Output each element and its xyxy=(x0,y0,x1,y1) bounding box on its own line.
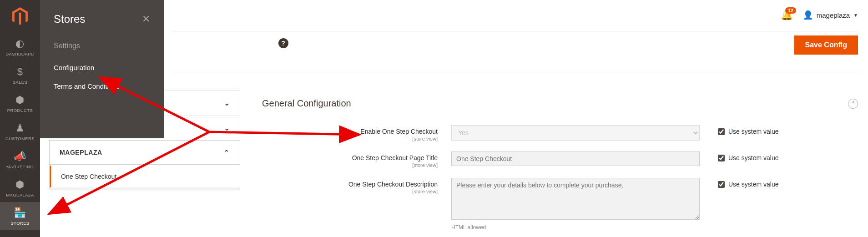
avatar-icon: 👤 xyxy=(803,10,813,20)
use-system-label: Use system value xyxy=(728,154,778,161)
nav-customers[interactable]: ♟CUSTOMERS xyxy=(0,117,40,146)
nav-label: MAGEPLAZA xyxy=(6,192,34,197)
use-system-checkbox[interactable] xyxy=(718,181,725,188)
nav-products[interactable]: ⬢PRODUCTS xyxy=(0,89,40,117)
field-label-description: One Step Checkout Description [store vie… xyxy=(262,178,451,194)
field-label-enable: Enable One Step Checkout [store view] xyxy=(262,125,451,141)
scope-text: [store view] xyxy=(262,189,438,194)
config-item-one-step-checkout[interactable]: One Step Checkout xyxy=(50,166,240,187)
flyout-title: Stores xyxy=(54,13,85,25)
use-system-page-title: Use system value xyxy=(700,151,778,161)
cube-icon: ⬢ xyxy=(15,94,24,106)
scope-text: [store view] xyxy=(262,162,438,168)
menu-configuration[interactable]: Configuration xyxy=(40,58,164,77)
description-textarea[interactable] xyxy=(451,178,700,220)
label-text: One Step Checkout Description xyxy=(348,181,438,188)
megaphone-icon: 📣 xyxy=(14,151,26,162)
nav-sales[interactable]: $SALES xyxy=(0,61,40,89)
gauge-icon: ◐ xyxy=(15,38,24,50)
divider xyxy=(173,72,858,72)
use-system-checkbox[interactable] xyxy=(718,128,725,135)
notifications[interactable]: 🔔 12 xyxy=(781,9,793,21)
field-control-enable: Yes xyxy=(451,125,700,141)
person-icon: ♟ xyxy=(15,122,25,134)
nav-stores[interactable]: 🏪STORES xyxy=(0,202,40,230)
username: mageplaza xyxy=(817,11,850,19)
magento-logo[interactable] xyxy=(0,0,40,33)
label-text: Enable One Step Checkout xyxy=(360,128,438,135)
group-title: General Configuration xyxy=(262,98,351,109)
help-icon[interactable]: ? xyxy=(278,38,288,48)
divider xyxy=(49,187,240,190)
divider xyxy=(173,31,858,31)
field-control-description: HTML allowed xyxy=(451,178,700,231)
dollar-icon: $ xyxy=(17,66,23,78)
action-bar: ? Save Config xyxy=(794,35,858,55)
config-main: General Configuration ⌃ Enable One Step … xyxy=(262,98,858,231)
notif-badge: 12 xyxy=(785,7,796,14)
flyout-section: Settings xyxy=(40,36,164,58)
nav-label: MARKETING xyxy=(6,164,34,169)
scope-text: [store view] xyxy=(262,136,438,141)
field-control-page-title xyxy=(451,151,700,166)
chevron-up-icon: ⌃ xyxy=(224,149,230,156)
use-system-label: Use system value xyxy=(728,128,778,135)
stores-flyout: Stores ✕ Settings Configuration Terms an… xyxy=(40,0,164,138)
account-menu[interactable]: 👤 mageplaza ▼ xyxy=(803,10,858,20)
field-hint: HTML allowed xyxy=(451,224,700,231)
section-label: MAGEPLAZA xyxy=(60,149,102,156)
admin-nav: ◐DASHBOARD $SALES ⬢PRODUCTS ♟CUSTOMERS 📣… xyxy=(0,0,40,237)
nav-label: DASHBOARD xyxy=(5,51,35,56)
nav-dashboard[interactable]: ◐DASHBOARD xyxy=(0,33,40,61)
nav-mageplaza[interactable]: ⬢MAGEPLAZA xyxy=(0,174,40,202)
nav-label: CUSTOMERS xyxy=(5,136,35,141)
collapse-icon[interactable]: ⌃ xyxy=(848,99,858,109)
config-section-mageplaza[interactable]: MAGEPLAZA ⌃ xyxy=(49,140,240,165)
page-title-input[interactable] xyxy=(451,151,700,166)
use-system-checkbox[interactable] xyxy=(718,155,725,161)
chevron-down-icon: ⌄ xyxy=(224,124,230,132)
nav-label: PRODUCTS xyxy=(7,108,33,113)
store-icon: 🏪 xyxy=(14,207,26,219)
menu-terms-conditions[interactable]: Terms and Conditions xyxy=(40,77,164,96)
nav-label: SALES xyxy=(13,80,28,85)
label-text: One Step Checkout Page Title xyxy=(352,154,438,161)
nav-marketing[interactable]: 📣MARKETING xyxy=(0,146,40,174)
chevron-down-icon: ⌄ xyxy=(224,99,230,107)
close-icon[interactable]: ✕ xyxy=(142,13,150,25)
group-header[interactable]: General Configuration ⌃ xyxy=(262,98,858,125)
use-system-label: Use system value xyxy=(728,181,778,188)
save-config-button[interactable]: Save Config xyxy=(794,35,858,55)
caret-down-icon: ▼ xyxy=(853,13,858,18)
use-system-description: Use system value xyxy=(700,178,778,188)
nav-label: STORES xyxy=(10,221,29,226)
cube-icon: ⬢ xyxy=(15,179,24,191)
enable-select[interactable]: Yes xyxy=(451,125,700,141)
use-system-enable: Use system value xyxy=(700,125,778,135)
topbar: 🔔 12 👤 mageplaza ▼ xyxy=(781,9,858,21)
field-label-page-title: One Step Checkout Page Title [store view… xyxy=(262,151,451,168)
